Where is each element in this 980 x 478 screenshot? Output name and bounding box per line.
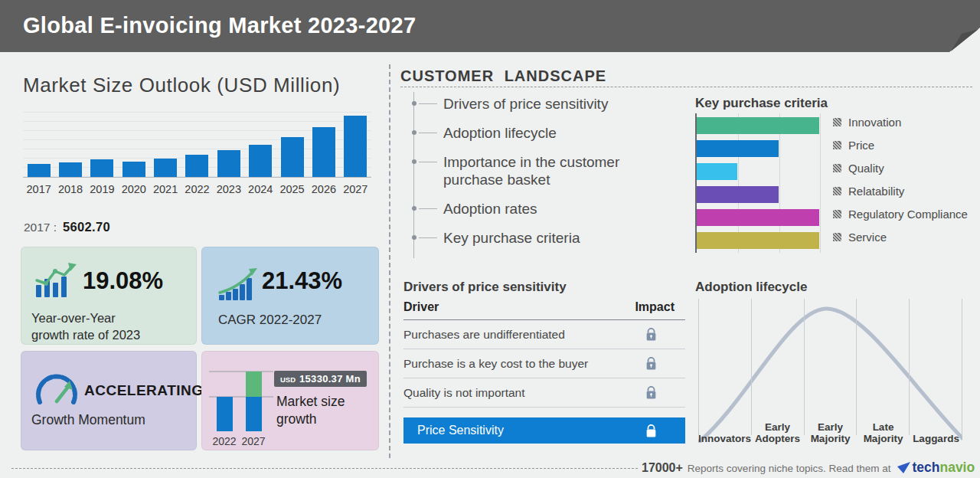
market-bar-column [245, 112, 276, 177]
driver-name: Purchases are undifferentiated [403, 328, 565, 342]
adoption-stage-labels: InnovatorsEarlyAdoptersEarlyMajorityLate… [698, 412, 962, 444]
stage-label-line: Innovators [698, 433, 751, 444]
legend-item: Innovation [833, 116, 968, 128]
market-bar-2025 [281, 137, 304, 177]
market-bar-column [54, 112, 86, 177]
technavio-arrow-icon [897, 462, 910, 473]
key-purchase-criteria-legend: InnovationPriceQualityRelatabilityRegula… [833, 116, 968, 254]
customer-landscape-rule [400, 87, 972, 87]
yoy-growth-card: 19.08% Year-over-Year growth rate of 202… [21, 247, 197, 345]
market-bar-column [276, 112, 308, 177]
stage-label-line: Adopters [755, 433, 800, 444]
header-bar: Global E-invoicing Market 2023-2027 [0, 0, 980, 52]
yoy-growth-value: 19.08% [83, 267, 163, 295]
footer: 17000+ Reports covering niche topics. Re… [642, 460, 975, 476]
market-bar-2017 [28, 164, 51, 177]
drivers-table: Driver Impact Purchases are undifferenti… [403, 300, 685, 408]
legend-label: Quality [848, 162, 884, 175]
badge-amount: 15330.37 Mn [299, 373, 361, 385]
criteria-bar [697, 163, 737, 180]
impact-column-header: Impact [635, 300, 675, 314]
vertical-divider [389, 64, 390, 458]
brand-navio: navio [939, 460, 975, 476]
landscape-item-label: Importance in the customer purchase bask… [443, 154, 619, 188]
market-bar-2026 [312, 127, 335, 177]
market-year-label: 2026 [308, 183, 339, 195]
market-year-label: 2017 [23, 183, 54, 195]
market-bar-column [213, 112, 244, 177]
market-bar-2021 [154, 159, 177, 177]
lock-icon [646, 424, 656, 437]
mini-growth-chart: 2022 2027 [207, 370, 277, 448]
legend-item: Service [833, 231, 968, 243]
legend-label: Innovation [848, 116, 901, 129]
legend-item: Relatability [833, 185, 968, 197]
market-year-label: 2019 [87, 183, 118, 195]
customer-landscape-title: CUSTOMER LANDSCAPE [400, 67, 606, 85]
criteria-bar [697, 186, 779, 203]
customer-landscape-list: Drivers of price sensitivityAdoption lif… [413, 92, 643, 258]
speedometer-icon [34, 370, 80, 407]
market-growth-label: Market size growth [276, 393, 364, 428]
drivers-table-header: Driver Impact [403, 300, 685, 320]
driver-row: Purchase is a key cost to the buyer [403, 349, 685, 378]
criteria-bar [697, 232, 819, 249]
stage-label-line: Majority [864, 433, 903, 444]
market-year-label: 2023 [213, 183, 244, 195]
price-sensitivity-row: Price Sensitivity [403, 417, 685, 444]
stage-label-line: Late [873, 421, 894, 433]
momentum-card: ACCELERATING Growth Momentum [21, 351, 197, 450]
lifecycle-stage-label: Laggards [910, 412, 962, 444]
legend-label: Service [848, 231, 887, 244]
legend-item: Quality [833, 162, 968, 174]
market-bar-2020 [122, 162, 145, 177]
market-size-bars [23, 112, 371, 178]
stage-label-line: Majority [811, 433, 851, 444]
legend-swatch-icon [833, 210, 841, 218]
market-growth-card: 2022 2027 USD 15330.37 Mn Market size gr… [201, 351, 379, 450]
market-outlook-title: Market Size Outlook (USD Million) [23, 74, 340, 97]
reports-count: 17000+ [642, 461, 683, 475]
market-size-years: 2017201820192020202120222023202420252026… [23, 183, 371, 195]
mini-chart-year-2027: 2027 [241, 435, 265, 447]
lifecycle-stage-label: LateMajority [857, 412, 910, 444]
driver-name: Purchase is a key cost to the buyer [403, 357, 588, 371]
market-year-label: 2018 [54, 183, 86, 195]
growth-bars-icon [217, 267, 259, 301]
lifecycle-stage-label: EarlyAdopters [751, 412, 804, 444]
market-2017-callout: 2017 :5602.70 [24, 220, 110, 234]
cagr-value: 21.43% [262, 267, 342, 295]
market-bar-2019 [90, 159, 113, 177]
market-bar-column [87, 112, 118, 177]
driver-row: Purchases are undifferentiated [403, 320, 685, 349]
criteria-bar [697, 117, 819, 134]
yoy-growth-label: Year-over-Year growth rate of 2023 [31, 309, 140, 343]
market-bar-column [23, 112, 54, 177]
landscape-item-label: Adoption lifecycle [443, 125, 557, 141]
badge-currency: USD [280, 375, 296, 384]
market-bar-2018 [59, 162, 82, 177]
footer-text: Reports covering niche topics. Read them… [688, 463, 891, 474]
landscape-item: Importance in the customer purchase bask… [414, 153, 643, 188]
callout-value: 5602.70 [63, 220, 110, 234]
drivers-table-rows: Purchases are undifferentiatedPurchase i… [403, 320, 685, 408]
key-purchase-criteria-chart [695, 113, 820, 253]
market-bar-column [181, 112, 213, 177]
landscape-item: Drivers of price sensitivity [414, 95, 643, 113]
market-year-label: 2024 [245, 183, 276, 195]
legend-label: Regulatory Compliance [848, 208, 968, 221]
cagr-label: CAGR 2022-2027 [218, 312, 322, 329]
page-title: Global E-invoicing Market 2023-2027 [23, 0, 416, 51]
market-bar-2023 [217, 150, 240, 177]
market-bar-column [308, 112, 339, 177]
landscape-item-label: Adoption rates [443, 201, 537, 217]
criteria-bar [697, 140, 779, 157]
landscape-item: Adoption rates [414, 200, 643, 218]
brand-tech: tech [912, 460, 939, 476]
market-year-label: 2021 [149, 183, 181, 195]
market-bar-2027 [344, 116, 367, 177]
lock-icon [646, 357, 656, 370]
driver-name: Quality is not important [403, 386, 525, 400]
momentum-value: ACCELERATING [84, 382, 204, 399]
legend-label: Price [848, 139, 874, 152]
